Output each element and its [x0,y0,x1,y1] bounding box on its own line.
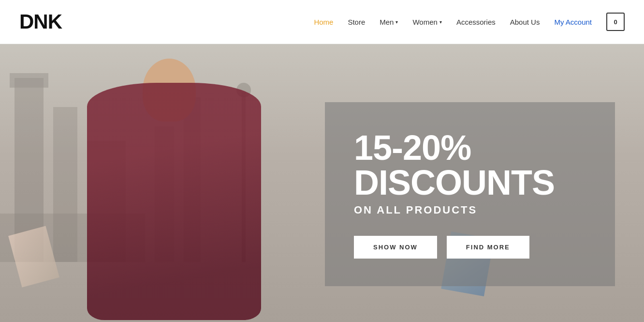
main-nav: Home Store Men ▾ Women ▾ Accessories Abo… [314,13,625,31]
nav-women-label: Women [412,18,437,26]
cart-button[interactable]: 0 [606,13,625,31]
nav-home[interactable]: Home [314,18,333,26]
nav-about[interactable]: About Us [510,18,540,26]
chevron-down-icon: ▾ [395,19,398,25]
promo-subtitle: ON ALL PRODUCTS [354,204,586,216]
site-header: DNK Home Store Men ▾ Women ▾ Accessories… [0,0,644,44]
nav-women-dropdown[interactable]: Women ▾ [412,18,441,26]
find-more-button[interactable]: FIND MORE [447,236,529,259]
person-body [87,83,261,320]
nav-men-dropdown[interactable]: Men ▾ [380,18,398,26]
show-now-button[interactable]: SHOW NOW [354,236,437,259]
nav-account[interactable]: My Account [554,18,592,26]
hero-cta-buttons: SHOW NOW FIND MORE [354,236,586,259]
discount-label: DISCOUNTS [354,165,586,200]
svg-rect-1 [10,73,48,88]
nav-accessories[interactable]: Accessories [456,18,496,26]
hero-section: 15-20% DISCOUNTS ON ALL PRODUCTS SHOW NO… [0,44,644,322]
promo-overlay: 15-20% DISCOUNTS ON ALL PRODUCTS SHOW NO… [325,102,615,286]
discount-percentage: 15-20% [354,130,586,165]
chevron-down-icon-women: ▾ [439,19,442,25]
nav-men-label: Men [380,18,394,26]
nav-store[interactable]: Store [348,18,365,26]
site-logo[interactable]: DNK [19,10,62,33]
cart-count: 0 [614,18,617,26]
